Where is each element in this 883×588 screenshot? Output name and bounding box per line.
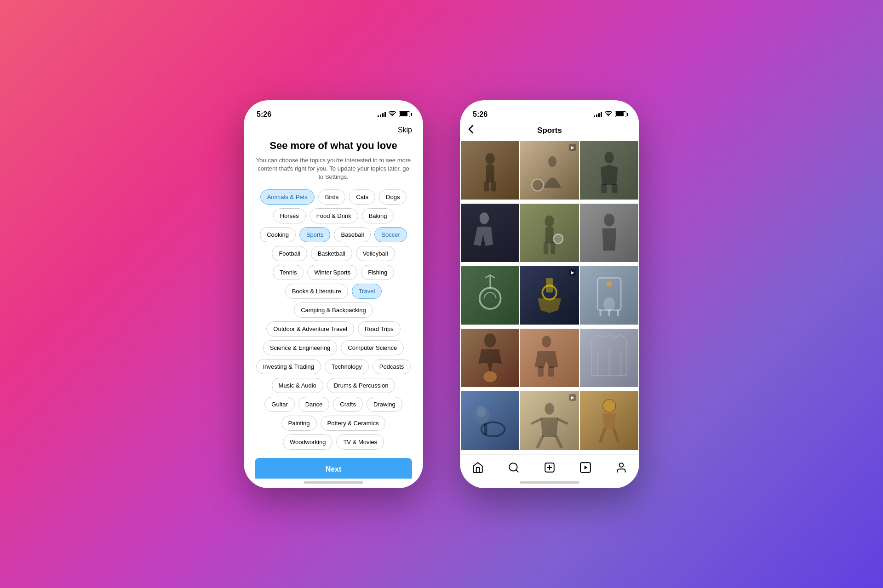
grid-item-13[interactable]	[461, 391, 519, 450]
grid-item-9[interactable]	[580, 266, 638, 325]
sports-grid: ▶▶▶	[460, 140, 639, 454]
tag-dance[interactable]: Dance	[298, 397, 330, 412]
tag-sports[interactable]: Sports	[299, 227, 331, 242]
media-badge: ▶	[569, 144, 576, 151]
tag-drums-percussion[interactable]: Drums & Percussion	[327, 378, 395, 393]
tag-animals-pets[interactable]: Animals & Pets	[260, 189, 315, 205]
svg-point-2	[485, 153, 494, 164]
svg-point-12	[545, 215, 554, 227]
svg-rect-20	[546, 278, 553, 292]
grid-item-1[interactable]	[461, 141, 519, 200]
signal-icon	[378, 112, 386, 117]
tag-baking[interactable]: Baking	[362, 208, 394, 223]
grid-item-5[interactable]	[520, 204, 579, 262]
media-badge: ▶	[569, 269, 576, 276]
tag-soccer[interactable]: Soccer	[374, 227, 407, 242]
profile-nav-button[interactable]	[613, 459, 630, 476]
phone-2: 5:26 Sports	[460, 100, 639, 488]
svg-rect-4	[484, 181, 489, 191]
tag-birds[interactable]: Birds	[318, 189, 346, 205]
search-nav-button[interactable]	[505, 459, 522, 476]
page-title: See more of what you love	[255, 140, 412, 152]
tag-food-drink[interactable]: Food & Drink	[310, 208, 358, 223]
grid-item-4[interactable]	[461, 204, 519, 262]
tag-volleyball[interactable]: Volleyball	[356, 246, 395, 261]
grid-item-8[interactable]: ▶	[520, 266, 579, 325]
tag-technology[interactable]: Technology	[325, 359, 369, 374]
skip-label[interactable]: Skip	[398, 126, 412, 134]
tag-pottery-ceramics[interactable]: Pottery & Ceramics	[321, 416, 386, 431]
back-button[interactable]	[468, 125, 474, 137]
home-indicator-2	[520, 481, 579, 484]
media-badge: ▶	[569, 394, 576, 401]
tag-crafts[interactable]: Crafts	[333, 397, 363, 412]
svg-point-0	[392, 115, 393, 116]
tag-winter-sports[interactable]: Winter Sports	[307, 265, 357, 280]
tag-football[interactable]: Football	[272, 246, 307, 261]
tag-podcasts[interactable]: Podcasts	[373, 359, 411, 374]
svg-point-30	[476, 406, 486, 417]
time-1: 5:26	[257, 110, 271, 119]
tag-computer-science[interactable]: Computer Science	[341, 340, 404, 355]
tag-investing-trading[interactable]: Investing & Trading	[256, 359, 321, 374]
grid-item-12[interactable]	[580, 329, 638, 387]
svg-rect-9	[601, 183, 607, 193]
skip-button-area[interactable]: Skip	[255, 122, 412, 140]
grid-item-15[interactable]	[580, 391, 638, 450]
tag-dogs[interactable]: Dogs	[379, 189, 407, 205]
tag-outdoor-adventure-travel[interactable]: Outdoor & Adventure Travel	[266, 321, 354, 337]
tag-cooking[interactable]: Cooking	[260, 227, 296, 242]
tag-camping-backpacking[interactable]: Camping & Backpacking	[294, 303, 373, 318]
svg-point-34	[602, 399, 615, 414]
tag-tennis[interactable]: Tennis	[273, 265, 304, 280]
bottom-nav	[460, 454, 639, 479]
tag-baseball[interactable]: Baseball	[334, 227, 371, 242]
tag-horses[interactable]: Horses	[273, 208, 306, 223]
tag-travel[interactable]: Travel	[352, 284, 382, 299]
tag-cats[interactable]: Cats	[349, 189, 375, 205]
battery-icon	[399, 111, 410, 117]
svg-rect-13	[545, 227, 554, 244]
grid-item-2[interactable]: ▶	[520, 141, 579, 200]
next-button[interactable]: Next	[255, 458, 412, 478]
grid-item-10[interactable]	[461, 329, 519, 387]
svg-rect-10	[611, 183, 617, 193]
svg-marker-41	[585, 465, 588, 469]
tag-painting[interactable]: Painting	[281, 416, 317, 431]
svg-rect-15	[551, 242, 556, 254]
svg-point-26	[542, 336, 551, 347]
grid-item-3[interactable]	[580, 141, 638, 200]
phone1-content: Skip See more of what you love You can c…	[244, 122, 423, 479]
new-post-nav-button[interactable]	[541, 459, 558, 476]
tag-guitar[interactable]: Guitar	[264, 397, 294, 412]
battery-icon-2	[615, 111, 626, 117]
tag-books-literature[interactable]: Books & Literature	[285, 284, 348, 299]
nav-title: Sports	[537, 126, 562, 135]
tag-road-trips[interactable]: Road Trips	[358, 321, 401, 337]
tag-woodworking[interactable]: Woodworking	[283, 434, 333, 450]
tag-drawing[interactable]: Drawing	[367, 397, 402, 412]
grid-item-6[interactable]	[580, 204, 638, 262]
reels-nav-button[interactable]	[577, 459, 594, 476]
tag-tv-movies[interactable]: TV & Movies	[336, 434, 384, 450]
time-2: 5:26	[473, 110, 487, 119]
home-nav-button[interactable]	[470, 459, 486, 476]
svg-point-6	[548, 156, 556, 167]
page-subtitle: You can choose the topics you're interes…	[255, 156, 412, 182]
svg-rect-5	[491, 181, 496, 191]
svg-point-1	[608, 115, 609, 116]
tag-science-engineering[interactable]: Science & Engineering	[263, 340, 338, 355]
svg-point-18	[480, 288, 501, 309]
svg-point-24	[484, 333, 496, 348]
svg-point-42	[619, 463, 624, 467]
svg-rect-14	[544, 242, 548, 254]
grid-item-14[interactable]: ▶	[520, 391, 579, 450]
tag-basketball[interactable]: Basketball	[311, 246, 352, 261]
grid-item-11[interactable]	[520, 329, 579, 387]
tag-music-audio[interactable]: Music & Audio	[272, 378, 323, 393]
svg-rect-28	[548, 366, 554, 377]
svg-point-16	[554, 234, 563, 243]
svg-rect-3	[486, 164, 494, 182]
tag-fishing[interactable]: Fishing	[361, 265, 394, 280]
grid-item-7[interactable]	[461, 266, 519, 325]
